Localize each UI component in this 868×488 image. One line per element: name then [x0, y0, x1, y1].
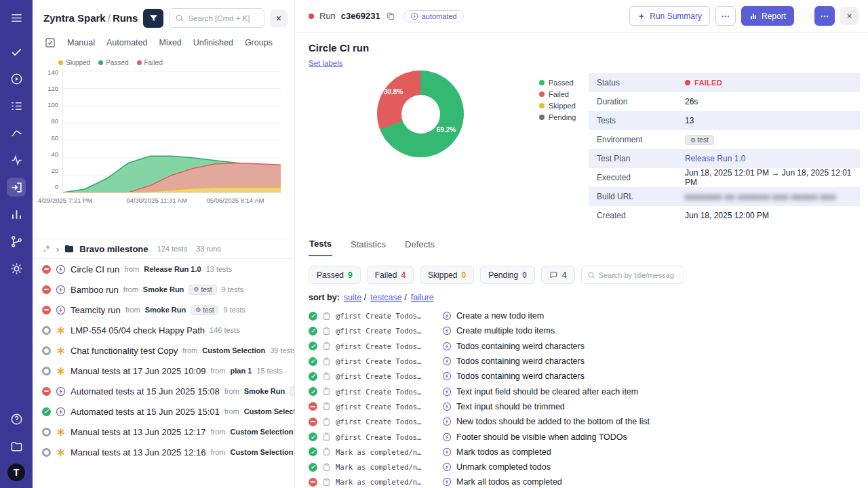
test-row[interactable]: Mark as completed/n… Mark todos as compl…: [309, 445, 860, 460]
branch-icon[interactable]: [7, 232, 26, 251]
gear-icon[interactable]: [7, 259, 26, 278]
runs-area-chart-svg: [62, 71, 281, 193]
run-source: plan 1: [230, 367, 252, 375]
run-row[interactable]: Automated tests at 15 Jun 2025 15:01 fro…: [33, 401, 294, 422]
run-row[interactable]: Automated tests at 15 Jun 2025 15:08 fro…: [33, 381, 294, 401]
status-filter-chip[interactable]: Skipped0: [420, 266, 474, 284]
run-summary-button[interactable]: Run Summary: [629, 6, 710, 26]
test-row[interactable]: @first Create Todos… Footer should be vi…: [309, 429, 860, 444]
test-row[interactable]: @first Create Todos… Todos containing we…: [309, 354, 860, 369]
report-button[interactable]: Report: [741, 6, 794, 26]
search-input[interactable]: [188, 14, 258, 22]
trend-line-icon[interactable]: [7, 123, 26, 142]
pane-close-button[interactable]: ×: [840, 7, 859, 25]
sort-option[interactable]: failure: [411, 293, 434, 302]
run-status-icon: [42, 306, 51, 314]
legend-dot: [98, 60, 103, 65]
milestone-row[interactable]: › Bravo milestone 124 tests 33 runs: [33, 239, 294, 259]
sidebar-tab[interactable]: Automated: [106, 38, 147, 47]
run-tab[interactable]: Tests: [309, 239, 332, 256]
help-icon[interactable]: [7, 409, 26, 428]
test-row[interactable]: @first Create Todos… Create multiple tod…: [309, 323, 860, 338]
manual-icon: [56, 325, 66, 336]
sidebar-tab[interactable]: Unfinished: [193, 38, 233, 47]
pane-more-button[interactable]: ⋯: [814, 6, 835, 26]
copy-icon[interactable]: [386, 12, 395, 21]
more-actions-button[interactable]: ⋯: [715, 6, 736, 26]
tests-search-input[interactable]: [599, 271, 678, 279]
legend-dot: [58, 60, 63, 65]
filter-count: 0: [522, 270, 527, 280]
run-tab[interactable]: Statistics: [350, 239, 387, 256]
sidebar-tab[interactable]: Manual: [67, 38, 95, 47]
automated-icon: [442, 462, 452, 472]
test-title: Todos containing weird characters: [456, 371, 585, 381]
docs-icon[interactable]: [7, 436, 26, 455]
run-status-icon: [42, 428, 51, 436]
automated-icon: [56, 407, 66, 417]
menu-icon[interactable]: [7, 8, 26, 27]
legend-item: Failed: [137, 59, 163, 66]
breadcrumb-separator: /: [106, 12, 113, 24]
chevron-right-icon[interactable]: ›: [56, 244, 59, 254]
test-title: Mark all todos as completed: [456, 477, 562, 487]
test-row[interactable]: @first Create Todos… Text input should b…: [309, 399, 860, 414]
run-name: Teamcity run: [71, 305, 121, 315]
chart-legend: Skipped Passed Failed: [41, 58, 286, 67]
test-row[interactable]: @first Create Todos… Todos containing we…: [309, 339, 860, 354]
test-row[interactable]: Mark as completed/n… Mark all todos as c…: [309, 474, 860, 488]
run-row[interactable]: Teamcity run from Smoke Run ⚙test 9 test…: [33, 300, 294, 320]
test-suite: @first Create Todos…: [336, 327, 437, 335]
run-source: Custom Selection: [230, 448, 293, 456]
donut-legend-item: Pending: [539, 113, 576, 121]
run-row[interactable]: Manual tests at 17 Jun 2025 10:09 from p…: [33, 361, 294, 381]
sidebar-close-button[interactable]: ×: [270, 9, 288, 27]
legend-label: Failed: [144, 59, 163, 66]
automated-icon: [56, 285, 66, 295]
test-row[interactable]: @first Create Todos… Todos containing we…: [309, 369, 860, 384]
run-test-count: 39 tests: [270, 346, 294, 354]
test-row[interactable]: Mark as completed/n… Unmark completed to…: [309, 460, 860, 474]
sort-option[interactable]: testcase: [370, 293, 402, 302]
set-labels-link[interactable]: Set labels: [309, 59, 343, 67]
checklist-icon[interactable]: [7, 96, 26, 115]
filter-button[interactable]: [143, 9, 163, 28]
run-tabs: Tests Statistics Defects: [309, 239, 860, 256]
test-row[interactable]: @first Create Todos… Create a new todo i…: [309, 308, 860, 323]
status-filter-chip[interactable]: Failed4: [367, 266, 414, 284]
sort-option[interactable]: suite: [344, 293, 361, 302]
run-row[interactable]: Manual tests at 13 Jun 2025 12:17 from C…: [33, 422, 294, 442]
run-row[interactable]: Circle CI run from Release Run 1.0 13 te…: [33, 259, 294, 279]
run-row[interactable]: Chat functionality test Copy from Custom…: [33, 340, 294, 361]
status-filter-chip[interactable]: Pending0: [480, 266, 535, 284]
donut-legend-item: Passed: [539, 79, 576, 87]
run-tab[interactable]: Defects: [404, 239, 435, 256]
tasks-check-icon[interactable]: [7, 42, 26, 61]
donut-legend-dot: [539, 103, 545, 108]
sidebar-tab[interactable]: Mixed: [159, 38, 181, 47]
detail-label: Duration: [597, 97, 685, 106]
play-circle-icon[interactable]: [7, 69, 26, 88]
clipboard-icon: [322, 402, 331, 411]
run-status-icon: [42, 265, 51, 274]
app-logo[interactable]: T: [7, 464, 25, 481]
run-row[interactable]: Manual tests at 13 Jun 2025 12:16 from C…: [33, 442, 294, 462]
detail-row: Environment test: [589, 130, 860, 149]
pulse-icon[interactable]: [7, 150, 26, 169]
sort-row: sort by: suite / testcase / failure: [309, 293, 860, 302]
pin-icon[interactable]: [42, 244, 52, 253]
test-row[interactable]: @first Create Todos… Text input field sh…: [309, 384, 860, 399]
project-name[interactable]: Zyntra Spark: [43, 12, 106, 24]
status-filter-chip[interactable]: Passed9: [309, 266, 361, 284]
runs-import-icon[interactable]: [7, 178, 26, 197]
run-row[interactable]: LMP-554 05/04 check Happy Path 146 tests: [33, 320, 294, 340]
bulk-select-icon[interactable]: [45, 37, 56, 48]
test-row[interactable]: @first Create Todos… New todos should be…: [309, 414, 860, 429]
comments-filter-chip[interactable]: 4: [541, 266, 575, 284]
bar-chart-icon[interactable]: [7, 205, 26, 224]
sidebar-tab[interactable]: Groups: [245, 38, 273, 47]
search-icon: [175, 14, 184, 22]
test-status-icon: [309, 342, 317, 350]
run-row[interactable]: Bamboo run from Smoke Run ⚙test 9 tests: [33, 279, 294, 300]
run-status-icon: [42, 326, 51, 335]
